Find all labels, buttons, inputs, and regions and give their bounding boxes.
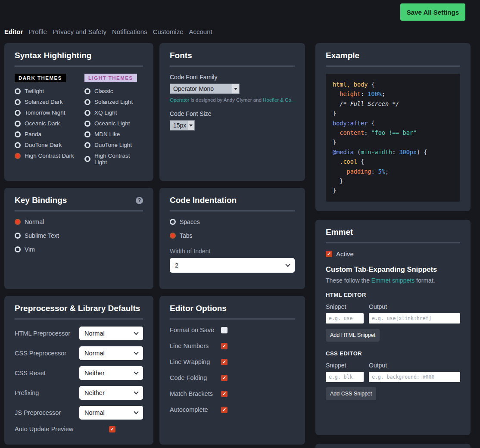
save-all-settings-button[interactable]: Save All Settings — [400, 3, 465, 21]
tab-privacy-and-safety[interactable]: Privacy and Safety — [53, 28, 106, 35]
tab-account[interactable]: Account — [189, 28, 212, 35]
css-output-input[interactable] — [369, 372, 460, 382]
radio-unselected-icon[interactable] — [15, 110, 21, 116]
dark-themes-column: DARK THEMES TwilightSolarized DarkTomorr… — [15, 74, 84, 170]
radio-unselected-icon[interactable] — [15, 142, 21, 148]
key-binding-option-normal[interactable]: Normal — [15, 218, 143, 225]
radio-selected-icon[interactable] — [170, 233, 176, 239]
dark-theme-option-high-contrast-dark[interactable]: High Contrast Dark — [15, 152, 84, 159]
dark-theme-option-tomorrow-night[interactable]: Tomorrow Night — [15, 109, 84, 116]
chevron-down-icon — [134, 409, 138, 414]
radio-unselected-icon[interactable] — [15, 131, 21, 137]
light-theme-option-high-contrast-light[interactable]: High Contrast Light — [84, 152, 143, 165]
column-1: Syntax Highlighting DARK THEMES Twilight… — [4, 43, 153, 445]
radio-unselected-icon[interactable] — [84, 99, 90, 105]
indentation-label: Tabs — [180, 232, 193, 239]
hoefler-link[interactable]: Hoefler & Co. — [263, 97, 293, 103]
editor-option-format-on-save[interactable]: Format on Save — [170, 327, 295, 333]
light-theme-option-classic[interactable]: Classic — [84, 88, 143, 94]
dark-theme-option-solarized-dark[interactable]: Solarized Dark — [15, 99, 84, 105]
radio-selected-icon[interactable] — [15, 219, 21, 225]
chevron-down-icon — [285, 262, 290, 267]
prefixing-select[interactable]: Neither — [79, 386, 143, 400]
checkbox-unchecked-icon[interactable] — [221, 327, 228, 333]
radio-unselected-icon[interactable] — [15, 233, 21, 239]
css-preprocessor-select[interactable]: Normal — [79, 346, 143, 360]
code-line: height: 100%; — [333, 89, 453, 99]
auto-update-preview-row[interactable]: Auto Update Preview — [15, 426, 143, 432]
emmet-active-toggle[interactable]: Active — [326, 250, 460, 258]
checkbox-checked-icon[interactable] — [221, 391, 228, 397]
light-theme-option-mdn-like[interactable]: MDN Like — [84, 131, 143, 137]
dark-theme-option-twilight[interactable]: Twilight — [15, 88, 84, 94]
editor-option-label: Line Wrapping — [170, 358, 221, 365]
checkbox-checked-icon[interactable] — [221, 375, 228, 381]
indentation-option-spaces[interactable]: Spaces — [170, 218, 295, 225]
editor-option-label: Format on Save — [170, 327, 221, 333]
key-binding-option-vim[interactable]: Vim — [15, 246, 143, 253]
code-line: padding: 5%; — [333, 167, 453, 176]
code-font-family-select[interactable]: Operator Mono — [170, 84, 240, 94]
width-of-indent-label: Width of Indent — [170, 248, 295, 255]
light-theme-option-oceanic-light[interactable]: Oceanic Light — [84, 120, 143, 127]
html-output-input[interactable] — [369, 313, 460, 324]
tab-customize[interactable]: Customize — [153, 28, 184, 35]
checkbox-checked-icon[interactable] — [221, 407, 228, 413]
code-font-size-select[interactable]: 15px — [170, 120, 195, 131]
panel-title: Fonts — [170, 51, 192, 60]
radio-unselected-icon[interactable] — [15, 99, 21, 105]
tab-profile[interactable]: Profile — [28, 28, 47, 35]
html-preprocessor-label: HTML Preprocessor — [15, 330, 70, 337]
radio-unselected-icon[interactable] — [15, 246, 21, 252]
radio-unselected-icon[interactable] — [84, 131, 90, 137]
checkbox-checked-icon[interactable] — [109, 426, 115, 432]
editor-option-code-folding[interactable]: Code Folding — [170, 374, 295, 381]
radio-unselected-icon[interactable] — [170, 219, 176, 225]
tab-notifications[interactable]: Notifications — [112, 28, 147, 35]
radio-unselected-icon[interactable] — [84, 142, 90, 148]
width-of-indent-select[interactable]: 2 — [170, 258, 295, 273]
key-binding-option-sublime-text[interactable]: Sublime Text — [15, 232, 143, 239]
js-preprocessor-select[interactable]: Normal — [79, 406, 143, 420]
font-note: Operator is designed by Andy Clymer and … — [170, 97, 295, 103]
radio-unselected-icon[interactable] — [84, 156, 90, 162]
indentation-option-tabs[interactable]: Tabs — [170, 232, 295, 239]
html-snippet-input[interactable] — [326, 313, 364, 324]
light-theme-option-solarized-light[interactable]: Solarized Light — [84, 99, 143, 105]
checkbox-checked-icon[interactable] — [221, 343, 228, 349]
operator-link[interactable]: Operator — [170, 97, 189, 103]
editor-option-match-brackets[interactable]: Match Brackets — [170, 390, 295, 397]
code-line: body:after { — [333, 118, 453, 128]
css-reset-select[interactable]: Neither — [79, 366, 143, 380]
select-value: Neither — [84, 389, 105, 396]
code-line: } — [333, 109, 453, 118]
code-line: @media (min-width: 300px) { — [333, 147, 453, 157]
prefixing-label: Prefixing — [15, 389, 39, 396]
help-icon[interactable]: ? — [136, 197, 143, 204]
radio-unselected-icon[interactable] — [84, 121, 90, 127]
light-theme-option-xq-light[interactable]: XQ Light — [84, 109, 143, 116]
radio-unselected-icon[interactable] — [84, 88, 90, 94]
tab-editor[interactable]: Editor — [4, 28, 23, 35]
editor-option-label: Line Numbers — [170, 342, 221, 349]
radio-unselected-icon[interactable] — [15, 88, 21, 94]
checkbox-checked-icon[interactable] — [326, 251, 332, 257]
dark-theme-option-oceanic-dark[interactable]: Oceanic Dark — [15, 120, 84, 127]
checkbox-checked-icon[interactable] — [221, 359, 228, 365]
radio-unselected-icon[interactable] — [15, 121, 21, 127]
add-html-snippet-button[interactable]: Add HTML Snippet — [326, 329, 380, 342]
code-line: .cool { — [333, 157, 453, 166]
editor-option-line-wrapping[interactable]: Line Wrapping — [170, 358, 295, 365]
dark-theme-label: Tomorrow Night — [25, 109, 65, 116]
css-snippet-input[interactable] — [326, 372, 364, 382]
editor-option-line-numbers[interactable]: Line Numbers — [170, 342, 295, 349]
light-theme-option-duotone-light[interactable]: DuoTone Light — [84, 142, 143, 148]
dark-theme-option-panda[interactable]: Panda — [15, 131, 84, 137]
html-preprocessor-select[interactable]: Normal — [79, 327, 143, 340]
add-css-snippet-button[interactable]: Add CSS Snippet — [326, 387, 376, 400]
radio-selected-icon[interactable] — [15, 153, 21, 159]
editor-option-autocomplete[interactable]: Autocomplete — [170, 406, 295, 413]
emmet-snippets-link[interactable]: Emmet snippets — [371, 277, 415, 284]
radio-unselected-icon[interactable] — [84, 110, 90, 116]
dark-theme-option-duotone-dark[interactable]: DuoTone Dark — [15, 142, 84, 148]
